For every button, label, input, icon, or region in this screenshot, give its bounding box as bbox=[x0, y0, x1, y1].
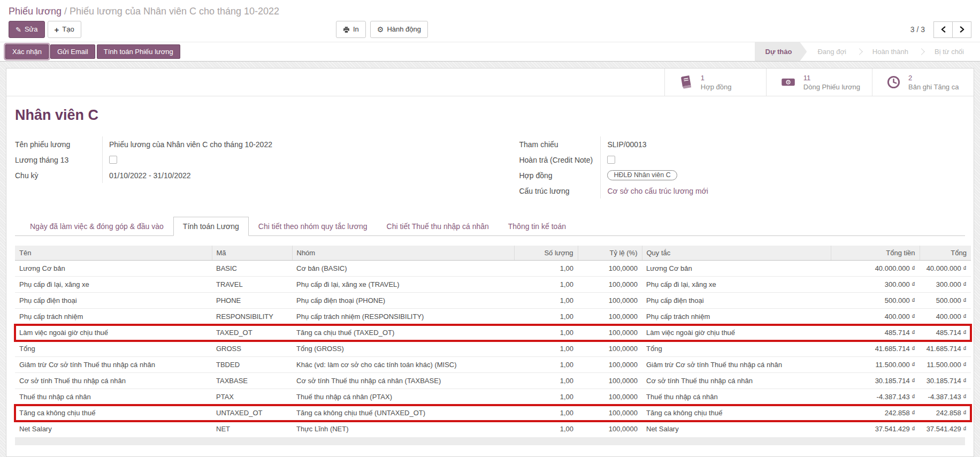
stat-button-value: 2 bbox=[908, 73, 959, 82]
table-cell-code: PHONE bbox=[212, 293, 292, 309]
table-cell-code: RESPONSIBILITY bbox=[212, 309, 292, 325]
table-cell-rate: 100,0000 bbox=[578, 261, 642, 277]
table-row[interactable]: TổngGROSSTổng (GROSS)1,00100,0000Tổng41.… bbox=[15, 341, 971, 357]
stat-button-label: Bản ghi Tăng ca bbox=[908, 82, 959, 92]
stat-button-box: 1Hợp đồng11Dòng Phiếu lương2Bản ghi Tăng… bbox=[6, 68, 974, 96]
column-header-name[interactable]: Tên bbox=[15, 246, 212, 261]
table-cell-rule: Lương Cơ bản bbox=[642, 261, 831, 277]
table-row[interactable]: Cơ sở tính Thuế thu nhập cá nhânTAXBASEC… bbox=[15, 373, 971, 389]
edit-button[interactable]: ✎ Sửa bbox=[9, 21, 45, 38]
breadcrumb-current: Phiếu lương của Nhân viên C cho tháng 10… bbox=[70, 6, 279, 17]
field-credit-note-checkbox[interactable] bbox=[607, 156, 615, 164]
confirm-button[interactable]: Xác nhận bbox=[5, 44, 49, 59]
status-step-draft[interactable]: Dự thảo bbox=[755, 42, 807, 61]
field-period-value: 01/10/2022 - 31/10/2022 bbox=[109, 171, 191, 180]
column-header-rate[interactable]: Tỷ lệ (%) bbox=[578, 246, 642, 261]
table-cell-code: TRAVEL bbox=[212, 277, 292, 293]
table-cell-code: PTAX bbox=[212, 389, 292, 405]
contract-tag[interactable]: HĐLĐ Nhân viên C bbox=[607, 170, 677, 180]
clock-icon bbox=[886, 75, 901, 89]
table-cell-category: Tổng (GROSS) bbox=[292, 341, 514, 357]
table-cell-name: Cơ sở tính Thuế thu nhập cá nhân bbox=[15, 373, 212, 389]
field-label: Hoàn trả (Credit Note) bbox=[519, 156, 600, 164]
table-cell-category: Phụ cấp đi lại, xăng xe (TRAVEL) bbox=[292, 277, 514, 293]
table-cell-rate: 100,0000 bbox=[578, 293, 642, 309]
status-step-rejected[interactable]: Bị từ chối bbox=[924, 42, 975, 61]
banknote-icon bbox=[780, 75, 796, 89]
table-cell-total: 242.858 ₫ bbox=[920, 405, 971, 421]
table-row[interactable]: Lương Cơ bảnBASICCơ bản (BASIC)1,00100,0… bbox=[15, 261, 971, 277]
table-cell-total: 40.000.000 ₫ bbox=[920, 261, 971, 277]
tab-details-by-salary-rule-category[interactable]: Chi tiết theo nhóm quy tắc lương bbox=[249, 217, 377, 236]
stat-button-payslip-lines[interactable]: 11Dòng Phiếu lương bbox=[766, 68, 872, 96]
table-cell-quantity: 1,00 bbox=[514, 421, 578, 437]
table-cell-amount: -4.387.143 ₫ bbox=[831, 389, 920, 405]
record-title: Nhân viên C bbox=[15, 107, 965, 124]
stat-button-text: 1Hợp đồng bbox=[701, 73, 732, 92]
pager-next-button[interactable] bbox=[952, 21, 971, 38]
table-cell-category: Thuế thu nhập cá nhân (PTAX) bbox=[292, 389, 514, 405]
field-contract: Hợp đồngHĐLĐ Nhân viên C bbox=[519, 167, 965, 183]
table-cell-code: GROSS bbox=[212, 341, 292, 357]
stat-button-label: Dòng Phiếu lương bbox=[803, 82, 860, 92]
column-header-category[interactable]: Nhóm bbox=[292, 246, 514, 261]
stat-button-contracts[interactable]: 1Hợp đồng bbox=[664, 68, 766, 96]
field-13th-month-salary-checkbox[interactable] bbox=[109, 156, 117, 164]
table-row-highlighted[interactable]: Tăng ca không chịu thuếUNTAXED_OTTăng ca… bbox=[15, 405, 971, 421]
create-button[interactable]: + Tạo bbox=[48, 21, 81, 38]
table-cell-rate: 100,0000 bbox=[578, 341, 642, 357]
tab-accounting-information[interactable]: Thông tin kế toán bbox=[499, 217, 576, 236]
table-row[interactable]: Phụ cấp đi lại, xăng xeTRAVELPhụ cấp đi … bbox=[15, 277, 971, 293]
table-cell-total: 11.500.000 ₫ bbox=[920, 357, 971, 373]
field-value-cell bbox=[600, 152, 965, 167]
column-header-amount[interactable]: Tổng tiền bbox=[831, 246, 920, 261]
chevron-left-icon bbox=[940, 26, 946, 33]
field-13th-month-salary: Lương tháng 13 bbox=[15, 152, 471, 167]
statusbar-buttons: Xác nhậnGửi EmailTính toán Phiếu lương bbox=[5, 42, 182, 61]
column-header-total[interactable]: Tổng bbox=[920, 246, 971, 261]
field-period: Chu kỳ01/10/2022 - 31/10/2022 bbox=[15, 167, 471, 183]
pager-previous-button[interactable] bbox=[933, 21, 953, 38]
field-value-cell: HĐLĐ Nhân viên C bbox=[600, 167, 965, 183]
pencil-icon: ✎ bbox=[16, 26, 21, 33]
tab-salary-computation[interactable]: Tính toán Lương bbox=[173, 217, 249, 236]
field-salary-structure-link[interactable]: Cơ sở cho cấu trúc lương mới bbox=[607, 187, 708, 195]
table-row[interactable]: Giảm trừ Cơ sở tính Thuế thu nhập cá nhâ… bbox=[15, 357, 971, 373]
book-icon bbox=[679, 75, 693, 89]
status-step-done[interactable]: Hoàn thành bbox=[862, 42, 919, 61]
table-cell-category: Tăng ca chịu thuế (TAXED_OT) bbox=[292, 325, 514, 341]
breadcrumb-separator: / bbox=[64, 6, 67, 17]
table-row-highlighted[interactable]: Làm việc ngoài giờ chịu thuếTAXED_OTTăng… bbox=[15, 325, 971, 341]
table-cell-rate: 100,0000 bbox=[578, 389, 642, 405]
breadcrumb-parent-link[interactable]: Phiếu lương bbox=[9, 6, 62, 17]
table-cell-rule: Thuế thu nhập cá nhân bbox=[642, 389, 831, 405]
control-panel: ✎ Sửa + Tạo In ⚙ Hành động 3 / 3 bbox=[0, 19, 980, 42]
table-cell-rate: 100,0000 bbox=[578, 357, 642, 373]
table-cell-category: Khác (vd: làm cơ sở cho các tính toán kh… bbox=[292, 357, 514, 373]
compute-payslip-button[interactable]: Tính toán Phiếu lương bbox=[97, 44, 180, 59]
action-button[interactable]: ⚙ Hành động bbox=[370, 21, 428, 38]
table-row[interactable]: Phụ cấp điện thoạiPHONEPhụ cấp điện thoạ… bbox=[15, 293, 971, 309]
field-value-cell: Cơ sở cho cấu trúc lương mới bbox=[600, 183, 965, 199]
pager-counter: 3 / 3 bbox=[910, 25, 925, 34]
tab-worked-days-inputs[interactable]: Ngày đã làm việc & đóng góp & đầu vào bbox=[20, 217, 173, 236]
plus-icon: + bbox=[55, 26, 59, 33]
table-cell-amount: 400.000 ₫ bbox=[831, 309, 920, 325]
table-row[interactable]: Net SalaryNETThực Lĩnh (NET)1,00100,0000… bbox=[15, 421, 971, 437]
status-step-waiting[interactable]: Đang đợi bbox=[807, 42, 856, 61]
table-cell-total: 400.000 ₫ bbox=[920, 309, 971, 325]
table-row[interactable]: Thuế thu nhập cá nhânPTAXThuế thu nhập c… bbox=[15, 389, 971, 405]
send-email-button[interactable]: Gửi Email bbox=[50, 44, 95, 59]
table-cell-name: Lương Cơ bản bbox=[15, 261, 212, 277]
tab-personal-income-tax-details[interactable]: Chi tiết Thuế thu nhập cá nhân bbox=[377, 217, 499, 236]
pager: 3 / 3 bbox=[910, 21, 971, 38]
field-salary-structure: Cấu trúc lươngCơ sở cho cấu trúc lương m… bbox=[519, 183, 965, 199]
column-header-quantity[interactable]: Số lượng bbox=[514, 246, 578, 261]
table-cell-code: BASIC bbox=[212, 261, 292, 277]
table-row[interactable]: Phụ cấp trách nhiệmRESPONSIBILITYPhụ cấp… bbox=[15, 309, 971, 325]
print-button[interactable]: In bbox=[336, 21, 366, 38]
column-header-rule[interactable]: Quy tắc bbox=[642, 246, 831, 261]
stat-button-overtime-records[interactable]: 2Bản ghi Tăng ca bbox=[872, 68, 974, 96]
breadcrumb: Phiếu lương / Phiếu lương của Nhân viên … bbox=[0, 0, 980, 19]
column-header-code[interactable]: Mã bbox=[212, 246, 292, 261]
